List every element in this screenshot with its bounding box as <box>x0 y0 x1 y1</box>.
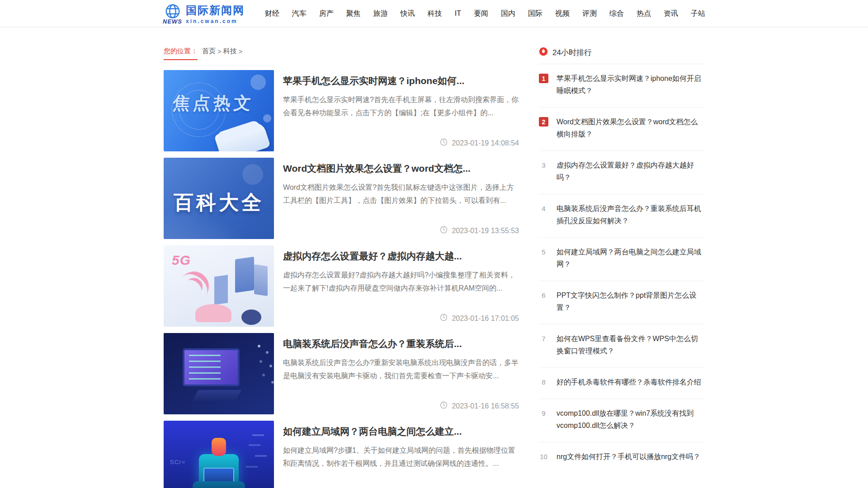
rank-number-badge: 7 <box>539 334 548 343</box>
breadcrumb-separator: > <box>239 47 243 55</box>
article-title[interactable]: 如何建立局域网？两台电脑之间怎么建立... <box>283 425 519 438</box>
nav-item-财经[interactable]: 财经 <box>265 9 279 19</box>
ranking-item[interactable]: 7 如何在WPS里查看备份文件？WPS中怎么切换窗口管理模式？ <box>539 324 704 368</box>
nav-item-聚焦[interactable]: 聚焦 <box>346 9 361 19</box>
nav-item-房产[interactable]: 房产 <box>319 9 334 19</box>
rank-number-badge: 1 <box>539 74 548 83</box>
site-name: 国际新闻网 <box>186 3 245 18</box>
rank-number-badge: 10 <box>539 452 548 461</box>
article-title[interactable]: 虚拟内存怎么设置最好？虚拟内存越大越... <box>283 250 519 263</box>
ranking-item[interactable]: 8 好的手机杀毒软件有哪些？杀毒软件排名介绍 <box>539 368 704 399</box>
nav-item-汽车[interactable]: 汽车 <box>292 9 307 19</box>
article-row: 电脑装系统后没声音怎么办？重装系统后... 电脑装系统后没声音怎么办?重新安装电… <box>164 333 519 414</box>
nav-item-国内[interactable]: 国内 <box>501 9 515 19</box>
ranking-item-text: 苹果手机怎么显示实时网速？iphone如何开启睡眠模式？ <box>557 72 704 97</box>
article-title[interactable]: 苹果手机怎么显示实时网速？iphone如何... <box>283 75 519 87</box>
ranking-item[interactable]: 10 nrg文件如何打开？手机可以播放nrg文件吗？ <box>539 442 704 473</box>
rank-number-badge: 6 <box>539 291 548 300</box>
article-time-text: 2023-01-16 16:58:55 <box>452 402 519 410</box>
ranking-item-text: 好的手机杀毒软件有哪些？杀毒软件排名介绍 <box>557 376 701 388</box>
nav-item-视频[interactable]: 视频 <box>555 9 570 19</box>
nav-item-快讯[interactable]: 快讯 <box>401 9 415 19</box>
nav-item-科技[interactable]: 科技 <box>428 9 442 19</box>
rank-number-badge: 2 <box>539 117 548 127</box>
thumbnail-caption: 焦点热文 <box>164 92 264 115</box>
nav-item-国际[interactable]: 国际 <box>528 9 542 19</box>
ranking-item[interactable]: 9 vcomp100.dll放在哪里？win7系统没有找到vcomp100.dl… <box>539 399 704 442</box>
ranking-24h-title: 24小时排行 <box>552 47 592 58</box>
ranking-item-text: PPT文字快闪怎么制作？ppt背景图片怎么设置？ <box>557 289 704 314</box>
page-content: 您的位置： 首页 > 科技 > 焦点热文 苹果手机怎么显示实时网速？iphone… <box>164 47 704 488</box>
article-title[interactable]: 电脑装系统后没声音怎么办？重装系统后... <box>283 338 519 350</box>
sidebar: 24小时排行 1 苹果手机怎么显示实时网速？iphone如何开启睡眠模式？ 2 … <box>539 47 704 488</box>
clock-icon <box>440 226 448 235</box>
article-time-text: 2023-01-19 14:08:54 <box>452 139 519 147</box>
ranking-item[interactable]: 6 PPT文字快闪怎么制作？ppt背景图片怎么设置？ <box>539 281 704 324</box>
breadcrumb-separator: > <box>217 47 222 55</box>
nav-item-评测[interactable]: 评测 <box>582 9 597 19</box>
article-list: 焦点热文 苹果手机怎么显示实时网速？iphone如何... 苹果手机怎么显示实时… <box>164 70 519 488</box>
nav-item-要闻[interactable]: 要闻 <box>474 9 488 19</box>
thumbnail-caption: 百科大全 <box>164 189 274 216</box>
article-timestamp: 2023-01-19 14:08:54 <box>440 138 519 148</box>
ranking-item[interactable]: 1 苹果手机怎么显示实时网速？iphone如何开启睡眠模式？ <box>539 64 704 108</box>
breadcrumb-label: 您的位置： <box>164 47 198 60</box>
article-row: 百科大全 Word文档图片效果怎么设置？word文档怎... Word文档图片效… <box>164 158 519 239</box>
nav-item-综合[interactable]: 综合 <box>609 9 624 19</box>
top-bar: NEWS 国际新闻网 xin.cwan.com 财经汽车房产聚焦旅游快讯科技IT… <box>0 0 868 27</box>
ranking-item[interactable]: 5 如何建立局域网？两台电脑之间怎么建立局域网？ <box>539 238 704 281</box>
rank-number-badge: 4 <box>539 204 548 213</box>
ranking-item[interactable]: 4 电脑装系统后没声音怎么办？重装系统后耳机插孔没反应如何解决？ <box>539 194 704 238</box>
rank-number-badge: 9 <box>539 408 548 418</box>
ranking-24h-section: 24小时排行 1 苹果手机怎么显示实时网速？iphone如何开启睡眠模式？ 2 … <box>539 47 704 473</box>
ranking-item-text: vcomp100.dll放在哪里？win7系统没有找到vcomp100.dll怎… <box>557 407 704 432</box>
clock-icon <box>440 138 448 148</box>
nav-item-旅游[interactable]: 旅游 <box>373 9 388 19</box>
article-thumbnail[interactable]: 5G <box>164 245 274 327</box>
article-thumbnail[interactable]: SCr= <box>164 421 274 488</box>
main-column: 您的位置： 首页 > 科技 > 焦点热文 苹果手机怎么显示实时网速？iphone… <box>164 47 519 488</box>
article-thumbnail[interactable]: 焦点热文 <box>164 70 274 151</box>
breadcrumb-section-link[interactable]: 科技 <box>223 47 237 56</box>
nav-list: 财经汽车房产聚焦旅游快讯科技IT要闻国内国际视频评测综合热点资讯子站 <box>258 9 705 19</box>
article-row: 焦点热文 苹果手机怎么显示实时网速？iphone如何... 苹果手机怎么显示实时… <box>164 70 519 151</box>
thumbnail-caption: SCr= <box>170 459 185 465</box>
breadcrumb-home-link[interactable]: 首页 <box>202 47 216 56</box>
ranking-item-text: Word文档图片效果怎么设置？word文档怎么横向排版？ <box>557 116 704 140</box>
article-time-text: 2023-01-16 17:01:05 <box>452 314 519 323</box>
flame-icon <box>539 47 548 58</box>
logo-news-label: NEWS <box>163 18 182 25</box>
ranking-item-text: 虚拟内存怎么设置最好？虚拟内存越大越好吗？ <box>557 159 704 183</box>
article-summary: Word文档图片效果怎么设置?首先我们鼠标左键选中这张图片，选择上方工具栏的【图… <box>283 181 519 207</box>
thumbnail-caption: 5G <box>172 253 191 268</box>
site-url: xin.cwan.com <box>186 18 245 24</box>
ranking-item-text: 电脑装系统后没声音怎么办？重装系统后耳机插孔没反应如何解决？ <box>557 202 704 227</box>
article-timestamp: 2023-01-16 16:58:55 <box>440 401 519 411</box>
article-summary: 电脑装系统后没声音怎么办?重新安装电脑系统出现电脑没声音的话，多半是电脑没有安装… <box>283 356 519 382</box>
clock-icon <box>440 314 448 323</box>
nav-item-IT[interactable]: IT <box>455 9 461 18</box>
article-time-text: 2023-01-19 13:55:53 <box>452 227 519 235</box>
ranking-item[interactable]: 2 Word文档图片效果怎么设置？word文档怎么横向排版？ <box>539 108 704 151</box>
site-logo[interactable]: NEWS 国际新闻网 xin.cwan.com <box>163 3 245 25</box>
nav-item-热点[interactable]: 热点 <box>637 9 651 19</box>
rank-number-badge: 5 <box>539 247 548 257</box>
article-thumbnail[interactable]: 百科大全 <box>164 158 274 239</box>
article-summary: 苹果手机怎么显示实时网速?首先在手机主屏幕，往左滑动到搜索界面，你会看见各种功能… <box>283 93 519 119</box>
rank-number-badge: 8 <box>539 377 548 387</box>
ranking-item[interactable]: 3 虚拟内存怎么设置最好？虚拟内存越大越好吗？ <box>539 151 704 194</box>
article-row: SCr= 如何建立局域网？两台电脑之间怎么建立... 如何建立局域网?步骤1、关… <box>164 421 519 488</box>
ranking-item-text: 如何在WPS里查看备份文件？WPS中怎么切换窗口管理模式？ <box>557 333 704 357</box>
article-timestamp: 2023-01-19 13:55:53 <box>440 226 519 235</box>
article-summary: 如何建立局域网?步骤1、关于如何建立局域网的问题，首先根据物理位置和距离情况，制… <box>283 444 519 470</box>
article-timestamp: 2023-01-16 17:01:05 <box>440 314 519 323</box>
nav-item-资讯[interactable]: 资讯 <box>664 9 678 19</box>
article-thumbnail[interactable] <box>164 333 274 414</box>
article-summary: 虚拟内存怎么设置最好?虚拟内存越大越好吗?小编搜集整理了相关资料，一起来了解下!… <box>283 268 519 295</box>
nav-item-子站[interactable]: 子站 <box>691 9 705 19</box>
ranking-item-text: 如何建立局域网？两台电脑之间怎么建立局域网？ <box>557 246 704 270</box>
article-row: 5G 虚拟内存怎么设置最好？虚拟内存越大越... 虚拟内存怎么设置最好?虚拟内存… <box>164 245 519 327</box>
article-title[interactable]: Word文档图片效果怎么设置？word文档怎... <box>283 162 519 175</box>
main-nav: 财经汽车房产聚焦旅游快讯科技IT要闻国内国际视频评测综合热点资讯子站 <box>258 9 705 19</box>
globe-logo-icon: NEWS <box>163 3 182 25</box>
